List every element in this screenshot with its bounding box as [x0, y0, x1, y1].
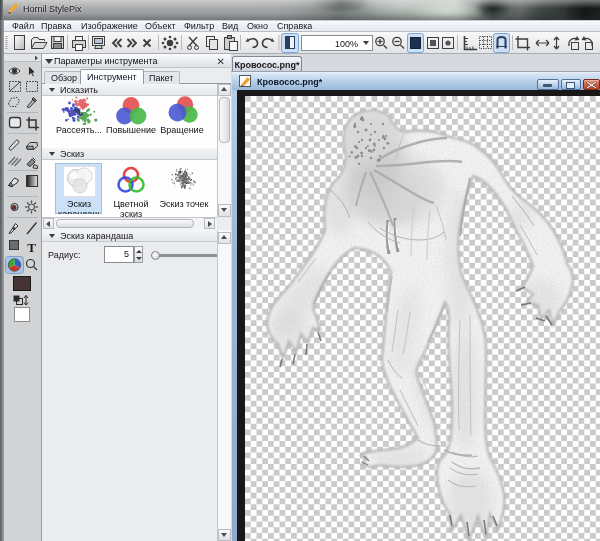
svg-text:T: T [27, 240, 36, 255]
svg-text:100%: 100% [335, 39, 358, 49]
